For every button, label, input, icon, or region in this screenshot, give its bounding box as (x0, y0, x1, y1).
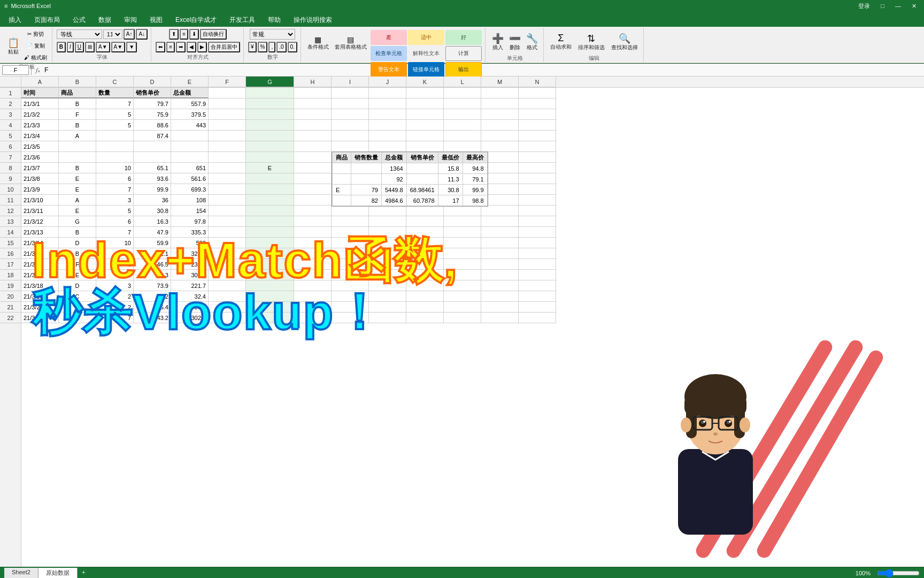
tab-page-layout[interactable]: 页面布局 (28, 13, 66, 27)
cell-h20[interactable] (294, 291, 332, 302)
cell-k1[interactable] (406, 88, 444, 98)
cell-m18[interactable] (481, 270, 519, 280)
cell-g6[interactable] (246, 141, 294, 152)
float-cell[interactable]: 30.8 (438, 185, 463, 195)
cell-d18[interactable]: 60.3 (134, 270, 171, 280)
align-left-button[interactable]: ⬅ (156, 42, 165, 52)
cell-n6[interactable] (519, 141, 556, 152)
cell-i18[interactable] (332, 270, 369, 280)
col-header-b[interactable]: B (59, 77, 96, 87)
row-num-12[interactable]: 12 (0, 206, 21, 216)
cell-n18[interactable] (519, 270, 556, 280)
cell-i12[interactable] (332, 206, 369, 216)
cell-k4[interactable] (406, 120, 444, 131)
col-header-c[interactable]: C (96, 77, 134, 87)
cell-j3[interactable] (369, 109, 406, 120)
cell-m13[interactable] (481, 216, 519, 227)
cell-l22[interactable] (444, 313, 481, 323)
cell-a1[interactable]: 时间 (21, 88, 59, 98)
cell-b11[interactable]: A (59, 195, 96, 206)
style-check[interactable]: 检查单元格 (371, 46, 407, 61)
cell-i21[interactable] (332, 302, 369, 313)
cell-j17[interactable] (369, 259, 406, 270)
cell-e2[interactable]: 557.9 (171, 98, 209, 109)
cell-g13[interactable] (246, 216, 294, 227)
border-button[interactable]: ⊞ (85, 42, 95, 52)
cell-c9[interactable]: 6 (96, 173, 134, 184)
float-cell[interactable]: E (333, 185, 351, 195)
conditional-format-button[interactable]: ▦ 条件格式 (305, 30, 331, 56)
cell-g15[interactable] (246, 238, 294, 248)
cell-c4[interactable]: 5 (96, 120, 134, 131)
cell-k2[interactable] (406, 98, 444, 109)
cell-n9[interactable] (519, 173, 556, 184)
cell-j19[interactable] (369, 280, 406, 291)
cell-e9[interactable]: 561.6 (171, 173, 209, 184)
cell-i16[interactable] (332, 248, 369, 259)
cell-b14[interactable]: B (59, 227, 96, 238)
cell-h2[interactable] (294, 98, 332, 109)
thousand-sep-button[interactable]: , (268, 42, 275, 52)
cell-f16[interactable] (209, 248, 246, 259)
cell-l12[interactable] (444, 206, 481, 216)
cell-i19[interactable] (332, 280, 369, 291)
cell-f3[interactable] (209, 109, 246, 120)
restore-button[interactable]: □ (877, 2, 888, 10)
col-header-k[interactable]: K (406, 77, 444, 87)
cell-m15[interactable] (481, 238, 519, 248)
cell-j22[interactable] (369, 313, 406, 323)
cell-k14[interactable] (406, 227, 444, 238)
cell-a21[interactable]: 21/3/20 (21, 302, 59, 313)
cell-d14[interactable]: 47.9 (134, 227, 171, 238)
cell-f6[interactable] (209, 141, 246, 152)
cell-e17[interactable]: 232.5 (171, 259, 209, 270)
cell-a16[interactable]: 21/3/15 (21, 248, 59, 259)
percent-button[interactable]: % (258, 42, 268, 52)
cell-k22[interactable] (406, 313, 444, 323)
cell-i1[interactable] (332, 88, 369, 98)
cell-f2[interactable] (209, 98, 246, 109)
minimize-button[interactable]: — (892, 2, 904, 10)
cell-f11[interactable] (209, 195, 246, 206)
cell-f8[interactable] (209, 163, 246, 173)
cell-l6[interactable] (444, 141, 481, 152)
cell-c6[interactable] (96, 141, 134, 152)
currency-button[interactable]: ¥ (248, 42, 257, 52)
cell-d21[interactable]: 45.4 (134, 302, 171, 313)
cell-m3[interactable] (481, 109, 519, 120)
tab-formula[interactable]: 公式 (66, 13, 92, 27)
cell-b15[interactable]: D (59, 238, 96, 248)
cell-l3[interactable] (444, 109, 481, 120)
float-cell[interactable]: 79.1 (463, 174, 487, 185)
cell-h19[interactable] (294, 280, 332, 291)
cell-i15[interactable] (332, 238, 369, 248)
row-num-18[interactable]: 18 (0, 270, 21, 280)
cell-g16[interactable] (246, 248, 294, 259)
sort-filter-button[interactable]: ⇅ 排序和筛选 (576, 29, 607, 55)
float-cell[interactable] (351, 174, 382, 185)
cell-h15[interactable] (294, 238, 332, 248)
cell-b8[interactable]: B (59, 163, 96, 173)
cell-c13[interactable]: 6 (96, 216, 134, 227)
cell-g14[interactable] (246, 227, 294, 238)
cell-h16[interactable] (294, 248, 332, 259)
cell-g5[interactable] (246, 131, 294, 141)
cell-e8[interactable]: 651 (171, 163, 209, 173)
cell-d16[interactable]: 41.1 (134, 248, 171, 259)
col-header-e[interactable]: E (171, 77, 209, 87)
cell-d9[interactable]: 93.6 (134, 173, 171, 184)
cell-g20[interactable] (246, 291, 294, 302)
cell-g4[interactable] (246, 120, 294, 131)
cell-d20[interactable]: 16.2 (134, 291, 171, 302)
row-num-14[interactable]: 14 (0, 227, 21, 238)
cell-j12[interactable] (369, 206, 406, 216)
cell-l21[interactable] (444, 302, 481, 313)
cell-m19[interactable] (481, 280, 519, 291)
decrease-font-button[interactable]: A↓ (136, 29, 148, 40)
cell-a18[interactable]: 21/3/17 (21, 270, 59, 280)
cell-h14[interactable] (294, 227, 332, 238)
font-color-button[interactable]: A▼ (111, 42, 126, 52)
cell-a4[interactable]: 21/3/3 (21, 120, 59, 131)
tab-developer[interactable]: 开发工具 (223, 13, 261, 27)
cell-m22[interactable] (481, 313, 519, 323)
